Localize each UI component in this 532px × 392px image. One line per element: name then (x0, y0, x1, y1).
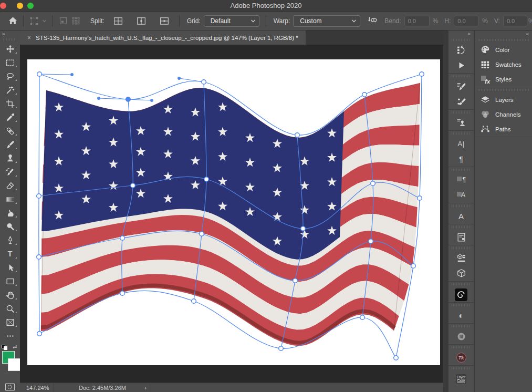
panel-tab-swatches[interactable]: Swatches (475, 57, 532, 72)
panel-tab-styles[interactable]: fxStyles (475, 72, 532, 87)
zoom-percentage[interactable]: 147.24% (26, 385, 54, 391)
panel-tab-channels[interactable]: Channels (475, 107, 532, 122)
brushes-icon[interactable] (448, 94, 474, 109)
threed-icon[interactable] (448, 266, 474, 281)
default-colors-icon[interactable] (2, 345, 7, 350)
tk-icon[interactable]: Tk (448, 350, 474, 365)
warp-node[interactable] (37, 194, 41, 199)
gradient-tool[interactable] (0, 192, 20, 206)
dock-group-grip[interactable] (452, 346, 471, 348)
brush-settings-icon[interactable] (448, 79, 474, 94)
warp-handle-point[interactable] (97, 97, 100, 100)
split-vertical-button[interactable] (135, 15, 148, 27)
warp-node[interactable] (200, 232, 204, 236)
panel-group-grip[interactable] (478, 39, 529, 41)
smudge-tool[interactable] (0, 206, 20, 220)
zoom-tool[interactable] (0, 302, 20, 315)
history-brush-tool[interactable] (0, 165, 20, 179)
dodge-tool[interactable] (0, 220, 20, 233)
warp-node[interactable] (301, 226, 306, 231)
tools-grip[interactable] (3, 38, 17, 40)
panel-group-grip[interactable] (478, 89, 529, 91)
dock-group-grip[interactable] (452, 205, 471, 207)
dock-group-grip[interactable] (452, 226, 471, 228)
warp-node[interactable] (293, 278, 298, 283)
character-icon[interactable]: A| (448, 136, 474, 151)
paragraph-icon[interactable]: ¶ (448, 151, 474, 167)
status-chevron-icon[interactable]: › (144, 385, 147, 391)
warp-node[interactable] (202, 80, 206, 85)
warp-node[interactable] (37, 332, 42, 336)
background-color-swatch[interactable] (8, 358, 20, 371)
warp-node[interactable] (37, 255, 41, 260)
character-styles-icon[interactable]: A (448, 188, 474, 203)
quick-selection-tool[interactable] (0, 83, 20, 97)
warp-handle-point[interactable] (70, 73, 74, 76)
glyphs-icon[interactable]: A (448, 209, 474, 224)
hand-tool[interactable] (0, 288, 20, 302)
type-tool[interactable]: T (0, 247, 20, 261)
panel-tab-color[interactable]: Color (475, 43, 532, 57)
spot-healing-tool[interactable] (0, 124, 20, 138)
split-horizontal-button[interactable] (158, 15, 171, 27)
dock-group-grip[interactable] (452, 39, 471, 41)
dock-group-grip[interactable] (452, 169, 471, 171)
warp-node[interactable] (279, 346, 284, 351)
pen-tool[interactable] (0, 233, 20, 247)
warp-node[interactable] (204, 177, 209, 182)
path-selection-tool[interactable] (0, 261, 20, 274)
document-info[interactable]: Doc: 2.45M/3.26M › (54, 383, 151, 392)
warp-node[interactable] (418, 196, 422, 201)
warp-mesh-column-line[interactable] (39, 74, 39, 334)
flag-image-with-warp-mesh[interactable] (20, 45, 443, 383)
tools-collapse-chevron[interactable]: » (0, 30, 20, 38)
warp-handle-point[interactable] (178, 77, 181, 80)
warp-node[interactable] (369, 239, 373, 244)
document-area[interactable] (20, 45, 443, 383)
eraser-tool[interactable] (0, 179, 20, 192)
dock-group-grip[interactable] (452, 132, 471, 135)
dock-group-grip[interactable] (452, 304, 471, 306)
home-icon[interactable] (6, 15, 19, 27)
eyedropper-tool[interactable] (0, 110, 20, 124)
dock-group-grip[interactable] (452, 367, 471, 369)
warp-node[interactable] (131, 183, 135, 188)
clone-source-icon[interactable] (448, 115, 474, 130)
warp-node[interactable] (192, 299, 196, 304)
panel-tab-layers[interactable]: Layers (475, 92, 532, 107)
libraries-icon[interactable] (448, 251, 474, 266)
adjustments-icon[interactable]: ◐ (448, 308, 474, 323)
dock-group-grip[interactable] (452, 325, 471, 327)
edit-toolbar-tool[interactable] (0, 329, 20, 343)
plugin-circle-icon[interactable] (448, 329, 474, 344)
warp-node[interactable] (371, 181, 375, 186)
move-tool[interactable] (0, 42, 20, 56)
dock-group-grip[interactable] (452, 75, 471, 77)
rectangle-tool[interactable] (0, 274, 20, 288)
swap-colors-icon[interactable]: ⇄ (13, 344, 17, 349)
brush-tool[interactable] (0, 138, 20, 151)
warp-node[interactable] (120, 236, 125, 241)
dock-group-grip[interactable] (452, 111, 471, 114)
history-icon[interactable] (448, 43, 474, 58)
panel-tab-paths[interactable]: Paths (475, 122, 532, 137)
crop-tool[interactable] (0, 97, 20, 110)
warp-select[interactable]: Custom (293, 15, 360, 27)
lasso-tool[interactable] (0, 69, 20, 83)
marquee-tool[interactable] (0, 56, 20, 69)
warp-node[interactable] (360, 315, 365, 320)
warp-node[interactable] (394, 356, 399, 360)
layer-cake-icon[interactable]: LayerCake (448, 371, 474, 386)
warp-handle-point[interactable] (150, 99, 153, 102)
iconcol-collapse-chevron[interactable]: « (448, 30, 474, 37)
warp-node[interactable] (120, 291, 125, 296)
warp-node-selected[interactable] (126, 97, 131, 102)
properties-icon[interactable] (448, 230, 474, 245)
warp-node[interactable] (295, 133, 300, 138)
panelcol-collapse-chevron[interactable]: « (475, 30, 532, 37)
warp-node[interactable] (37, 72, 42, 77)
clone-stamp-tool[interactable] (0, 151, 20, 165)
dock-group-grip[interactable] (452, 283, 471, 285)
quick-mask-icon[interactable] (0, 383, 20, 391)
warp-node[interactable] (420, 72, 424, 77)
